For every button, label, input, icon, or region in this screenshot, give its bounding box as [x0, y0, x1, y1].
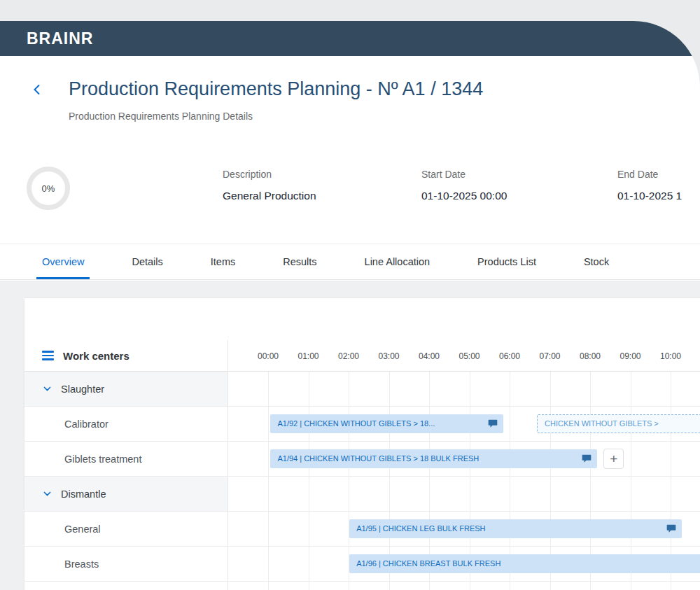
gantt-bar[interactable]: A1/94 | CHICKEN WITHOUT GIBLETS > 18 BUL… [270, 449, 597, 468]
field-label: End Date [617, 169, 682, 180]
page-title: Production Requirements Planning - Nº A1… [69, 78, 483, 100]
gantt-bar-label: CHICKEN WITHOUT GIBLETS > [538, 415, 700, 432]
gantt-row-slaughter: Slaughter [24, 372, 700, 407]
app-window: BRAINR Production Requirements Planning … [0, 21, 700, 590]
gantt-body: SlaughterCalibratorA1/92 | CHICKEN WITHO… [24, 372, 700, 582]
chevron-down-icon[interactable] [43, 384, 52, 393]
time-label: 09:00 [615, 351, 646, 361]
comment-icon[interactable] [666, 524, 676, 533]
tab-overview[interactable]: Overview [18, 244, 108, 279]
gantt-bar-label: A1/94 | CHICKEN WITHOUT GIBLETS > 18 BUL… [270, 449, 597, 468]
field-value: 01-10-2025 00:00 [421, 190, 507, 202]
progress-value: 0% [42, 183, 55, 194]
time-label: 10:00 [655, 351, 686, 361]
page-subtitle: Production Requirements Planning Details [69, 111, 253, 122]
brand-logo: BRAINR [0, 21, 700, 56]
row-header-calibrator: Calibrator [24, 407, 227, 441]
add-order-button[interactable]: + [603, 449, 624, 469]
gantt-bar[interactable]: A1/95 | CHICKEN LEG BULK FRESH [349, 519, 682, 538]
tab-products-list[interactable]: Products List [454, 244, 560, 279]
row-label: Dismantle [61, 489, 106, 500]
time-label: 05:00 [454, 351, 485, 361]
time-label: 00:00 [253, 351, 284, 361]
row-label: General [64, 524, 101, 535]
row-header-breasts: Breasts [24, 547, 227, 581]
gantt-bar-label: A1/96 | CHICKEN BREAST BULK FRESH [349, 554, 700, 573]
time-label: 08:00 [575, 351, 606, 361]
row-header-dismantle[interactable]: Dismantle [24, 477, 227, 511]
comment-icon[interactable] [488, 419, 498, 428]
time-label: 06:00 [494, 351, 525, 361]
row-header-slaughter[interactable]: Slaughter [24, 372, 227, 406]
gantt-bar[interactable]: A1/96 | CHICKEN BREAST BULK FRESH [349, 554, 700, 573]
field-value: General Production [223, 190, 316, 202]
tab-details[interactable]: Details [108, 244, 186, 279]
time-label: 01:00 [293, 351, 324, 361]
progress-ring: 0% [27, 167, 70, 210]
time-label: 07:00 [535, 351, 566, 361]
field-label: Description [223, 169, 316, 180]
back-button[interactable] [31, 80, 50, 99]
work-centers-label: Work centers [63, 350, 130, 362]
row-label: Slaughter [61, 384, 104, 395]
row-label: Breasts [64, 559, 99, 570]
gantt-row-giblets-treatment: Giblets treatmentA1/94 | CHICKEN WITHOUT… [24, 442, 700, 477]
work-centers-header: Work centers [24, 340, 227, 371]
gantt-row-general: GeneralA1/95 | CHICKEN LEG BULK FRESH [24, 512, 700, 547]
row-header-giblets-treatment: Giblets treatment [24, 442, 227, 476]
tab-stock[interactable]: Stock [560, 244, 633, 279]
gantt-bar[interactable]: CHICKEN WITHOUT GIBLETS > [537, 414, 700, 433]
row-header-general: General [24, 512, 227, 546]
comment-icon[interactable] [582, 454, 592, 463]
gantt-row-breasts: BreastsA1/96 | CHICKEN BREAST BULK FRESH [24, 547, 700, 582]
menu-icon[interactable] [42, 351, 54, 360]
tab-results[interactable]: Results [259, 244, 340, 279]
tab-bar: OverviewDetailsItemsResultsLine Allocati… [0, 244, 700, 280]
chevron-left-icon [31, 83, 50, 96]
summary-field-start-date: Start Date01-10-2025 00:00 [421, 169, 507, 202]
time-label: 02:00 [333, 351, 364, 361]
field-value: 01-10-2025 1 [617, 190, 682, 202]
chevron-down-icon[interactable] [43, 489, 52, 498]
gantt-row-dismantle: Dismantle [24, 477, 700, 512]
field-label: Start Date [421, 169, 507, 180]
summary-field-end-date: End Date01-10-2025 1 [617, 169, 682, 202]
app-shell-header: BRAINR [0, 21, 700, 56]
time-label: 04:00 [414, 351, 444, 361]
tab-line-allocation[interactable]: Line Allocation [341, 244, 454, 279]
summary-field-description: DescriptionGeneral Production [223, 169, 316, 202]
content-area: Work centers 00:0001:0002:0003:0004:0005… [0, 281, 700, 590]
gantt-bar-label: A1/92 | CHICKEN WITHOUT GIBLETS > 18... [270, 414, 503, 433]
gantt-header: Work centers 00:0001:0002:0003:0004:0005… [24, 340, 700, 372]
gantt-bar-label: A1/95 | CHICKEN LEG BULK FRESH [349, 519, 682, 538]
panel-divider [227, 340, 228, 590]
tab-items[interactable]: Items [187, 244, 259, 279]
row-label: Calibrator [64, 419, 108, 430]
gantt-card: Work centers 00:0001:0002:0003:0004:0005… [24, 298, 700, 590]
row-label: Giblets treatment [64, 454, 141, 465]
gantt-row-calibrator: CalibratorA1/92 | CHICKEN WITHOUT GIBLET… [24, 407, 700, 442]
time-label: 03:00 [374, 351, 405, 361]
gantt-bar[interactable]: A1/92 | CHICKEN WITHOUT GIBLETS > 18... [270, 414, 503, 433]
